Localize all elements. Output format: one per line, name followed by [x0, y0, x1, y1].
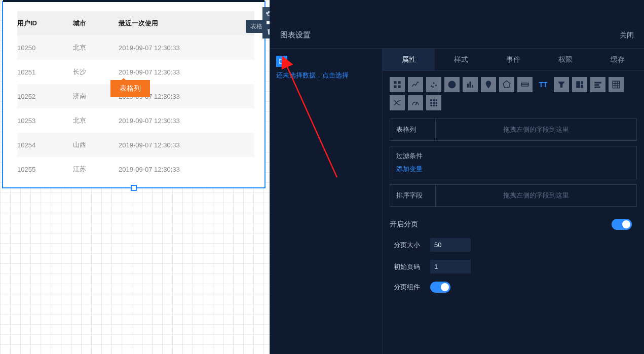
cell-userid: 10253 [17, 117, 73, 125]
svg-point-6 [433, 83, 435, 84]
svg-rect-3 [394, 86, 396, 88]
page-size-input[interactable] [430, 238, 471, 252]
bar-icon [466, 80, 475, 89]
text-icon: TT [539, 81, 547, 89]
svg-rect-1 [394, 81, 396, 84]
add-variable-link[interactable]: 添加变量 [396, 165, 630, 174]
chart-type-boxplot[interactable] [517, 77, 533, 92]
table-row: 10254 山西 2019-09-07 12:30:33 [17, 133, 254, 157]
panel-header: 图表设置 关闭 [270, 0, 644, 49]
chart-type-scatter[interactable] [426, 77, 441, 92]
paging-widget-switch[interactable] [430, 282, 450, 293]
chart-type-gauge-strip[interactable] [590, 77, 605, 92]
drop-placeholder: 拖拽左侧的字段到这里 [436, 185, 636, 206]
svg-point-7 [435, 85, 437, 86]
tab-style[interactable]: 样式 [435, 49, 487, 70]
line-icon [411, 80, 420, 89]
widget-top-bar [3, 0, 264, 2]
svg-line-25 [415, 103, 417, 105]
col-header-userid: 用户ID [17, 19, 73, 28]
table-row: 10250 北京 2019-09-07 12:30:33 [17, 35, 254, 60]
pie-icon [447, 80, 457, 89]
cell-userid: 10250 [17, 44, 73, 52]
cell-date: 2019-09-07 12:30:33 [119, 117, 254, 125]
chart-type-line[interactable] [408, 77, 423, 92]
tab-attributes[interactable]: 属性 [383, 49, 435, 70]
resize-handle[interactable] [131, 185, 137, 191]
tab-events[interactable]: 事件 [487, 49, 539, 70]
chart-type-bar[interactable] [463, 77, 478, 92]
cell-date: 2019-09-07 12:30:33 [119, 44, 254, 52]
chart-type-pie[interactable] [444, 77, 460, 92]
gauge-icon [411, 98, 420, 107]
canvas-area: 表格 用户ID 城市 最近一次使用 10250 北京 2019-09-07 12… [0, 0, 270, 354]
sankey-icon [393, 98, 402, 107]
svg-point-5 [431, 86, 432, 87]
svg-rect-17 [594, 82, 601, 84]
chart-type-sankey[interactable] [390, 95, 405, 110]
svg-rect-33 [433, 105, 435, 106]
cell-userid: 10255 [17, 166, 73, 173]
cell-userid: 10254 [17, 141, 73, 149]
sort-field-dropzone[interactable]: 排序字段 拖拽左侧的字段到这里 [390, 184, 637, 207]
boxplot-icon [520, 80, 529, 89]
cell-date: 2019-09-07 12:30:33 [119, 141, 254, 149]
paging-widget-label: 分页组件 [390, 283, 430, 292]
filter-block: 过滤条件 添加变量 [390, 146, 637, 179]
table-icon [612, 80, 621, 89]
svg-rect-11 [472, 85, 473, 88]
chart-type-treemap[interactable] [572, 77, 587, 92]
chart-type-picker: TT [383, 71, 644, 113]
page-size-label: 分页大小 [390, 241, 430, 250]
table-columns-dropzone[interactable]: 表格列 拖拽左侧的字段到这里 [390, 119, 637, 141]
svg-rect-15 [581, 81, 583, 84]
enable-paging-row: 开启分页 [390, 215, 637, 234]
field-label-table-columns: 表格列 [390, 119, 436, 140]
funnel-icon [557, 80, 566, 89]
panel-title: 图表设置 [280, 30, 620, 40]
annotation-arrow [281, 61, 352, 184]
drop-placeholder: 拖拽左侧的字段到这里 [436, 119, 636, 140]
svg-rect-32 [430, 105, 432, 106]
chart-type-grid[interactable] [426, 95, 441, 110]
filter-label: 过滤条件 [396, 151, 630, 161]
svg-rect-16 [581, 85, 583, 88]
config-tabs: 属性 样式 事件 权限 缓存 [383, 49, 644, 71]
chart-type-gauge[interactable] [408, 95, 423, 110]
cell-city: 北京 [73, 116, 119, 125]
chart-type-radar[interactable] [499, 77, 514, 92]
chart-type-map[interactable] [481, 77, 496, 92]
cell-city: 山西 [73, 140, 119, 149]
svg-rect-2 [398, 81, 401, 84]
svg-rect-30 [433, 102, 435, 104]
svg-rect-20 [613, 81, 620, 88]
cell-date: 2019-09-07 12:30:33 [119, 166, 254, 173]
enable-paging-label: 开启分页 [390, 220, 418, 229]
initial-page-label: 初始页码 [390, 262, 430, 271]
svg-rect-34 [436, 105, 437, 106]
radar-icon [502, 80, 511, 89]
chart-type-table[interactable] [609, 77, 624, 92]
grid-icon [429, 98, 438, 107]
chart-type-heatmap[interactable] [390, 77, 405, 92]
svg-rect-29 [430, 102, 432, 104]
cell-city: 北京 [73, 43, 119, 52]
chart-type-text[interactable]: TT [536, 77, 551, 92]
chart-type-funnel[interactable] [554, 77, 569, 92]
map-icon [484, 80, 493, 89]
panel-close-button[interactable]: 关闭 [620, 31, 634, 40]
svg-rect-26 [430, 99, 432, 101]
tab-permission[interactable]: 权限 [540, 49, 592, 70]
tab-cache[interactable]: 缓存 [592, 49, 644, 70]
svg-line-0 [286, 65, 337, 177]
treemap-icon [575, 80, 584, 89]
table-row: 10255 江苏 2019-09-07 12:30:33 [17, 157, 254, 181]
cell-userid: 10252 [17, 93, 73, 100]
enable-paging-switch[interactable] [612, 219, 632, 230]
paging-widget-row: 分页组件 [390, 278, 637, 297]
initial-page-row: 初始页码 [390, 256, 637, 278]
cell-city: 江苏 [73, 165, 119, 174]
svg-rect-4 [398, 86, 401, 88]
initial-page-input[interactable] [430, 260, 471, 273]
svg-rect-28 [436, 99, 437, 101]
